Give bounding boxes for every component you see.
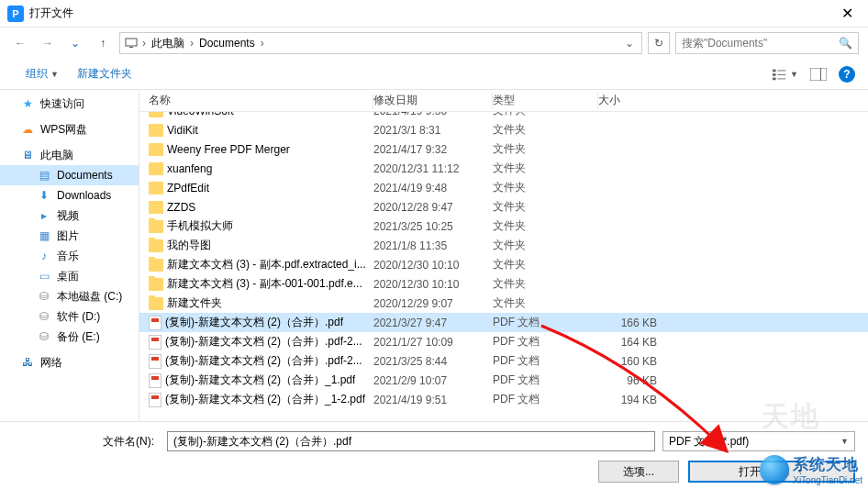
file-type: 文件夹 [493,141,598,157]
file-row[interactable]: xuanfeng2020/12/31 11:12文件夹 [139,159,868,178]
chevron-down-icon: ▼ [840,437,849,446]
folder-icon [149,201,163,214]
sidebar-item-desktop[interactable]: ▭桌面 [0,266,139,286]
sidebar-item-videos[interactable]: ▸视频 [0,206,139,226]
sidebar-item-wps[interactable]: ☁WPS网盘 [0,119,139,139]
sidebar-item-drived[interactable]: ⛁软件 (D:) [0,306,139,327]
arrow-up-icon: ↑ [100,37,106,50]
file-row[interactable]: VidiKit2021/3/1 8:31文件夹 [139,120,868,139]
newfolder-button[interactable]: 新建文件夹 [72,62,138,85]
file-row[interactable]: (复制)-新建文本文档 (2)（合并）.pdf-2...2021/3/25 8:… [139,351,868,371]
file-row[interactable]: 我的导图2021/1/8 11:35文件夹 [139,236,868,255]
drive-icon: ⛁ [37,289,51,304]
chevron-right-icon: › [259,37,266,50]
crumb-thispc[interactable]: 此电脑 [150,36,186,51]
file-name: (复制)-新建文本文档 (2)（合并）.pdf-2... [165,353,362,369]
close-button[interactable]: ✕ [834,5,861,22]
file-row[interactable]: 新建文本文档 (3) - 副本.pdf.extracted_i...2020/1… [139,255,868,274]
help-button[interactable]: ? [839,66,855,83]
file-row[interactable]: ZZDS2020/12/28 9:47文件夹 [139,197,868,217]
breadcrumb[interactable]: › 此电脑 › Documents › ⌄ [119,32,642,54]
file-row[interactable]: 新建文本文档 (3) - 副本-001-001.pdf.e...2020/12/… [139,274,868,294]
pc-icon: 🖥 [20,148,35,162]
filetype-filter[interactable]: PDF 文档 (*.pdf) ▼ [662,431,855,451]
file-type: 文件夹 [493,161,598,176]
column-headers: 名称 修改日期 类型 大小 [139,90,868,112]
breadcrumb-drop[interactable]: ⌄ [621,37,638,50]
crumb-documents[interactable]: Documents [197,37,257,50]
svg-rect-4 [773,77,776,80]
file-date: 2020/12/28 9:47 [373,201,493,214]
view-details-button[interactable]: ▼ [773,64,798,84]
file-type: 文件夹 [493,257,598,272]
search-icon: 🔍 [839,37,852,50]
file-row[interactable]: (复制)-新建文本文档 (2)（合并）_1.pdf2021/2/9 10:07P… [139,371,868,390]
pdf-icon [149,316,161,330]
search-input[interactable] [682,37,839,50]
folder-icon [149,239,163,252]
file-name: (复制)-新建文本文档 (2)（合并）.pdf [165,315,343,330]
chevron-right-icon: › [140,37,148,50]
pc-icon [124,36,139,50]
chevron-down-icon: ▼ [790,70,798,79]
file-name: 新建文本文档 (3) - 副本.pdf.extracted_i... [167,257,366,272]
sidebar-item-thispc[interactable]: 🖥此电脑 [0,145,139,165]
sidebar-item-network[interactable]: 🖧网络 [0,352,139,372]
organize-button[interactable]: 组织▼ [20,62,64,85]
svg-rect-1 [129,47,133,48]
file-row[interactable]: ZPdfEdit2021/4/19 9:48文件夹 [139,178,868,197]
file-name: 我的导图 [167,238,211,253]
up-button[interactable]: ↑ [92,32,114,54]
sidebar-item-downloads[interactable]: ⬇Downloads [0,185,139,206]
desktop-icon: ▭ [37,269,51,283]
file-type: PDF 文档 [493,392,598,407]
forward-button[interactable]: → [37,32,59,54]
sidebar-item-quickaccess[interactable]: ★快速访问 [0,94,139,114]
file-date: 2021/1/27 10:09 [373,336,493,349]
filename-input[interactable] [167,431,655,451]
refresh-icon: ↻ [654,37,663,50]
file-date: 2021/3/25 8:44 [373,355,493,368]
file-list[interactable]: VideoWinSoft2021/4/19 9:30文件夹VidiKit2021… [139,112,868,421]
file-row[interactable]: (复制)-新建文本文档 (2)（合并）.pdf-2...2021/1/27 10… [139,332,868,351]
file-type: 文件夹 [493,276,598,292]
column-type[interactable]: 类型 [493,93,598,109]
file-type: PDF 文档 [493,334,598,350]
svg-rect-3 [773,73,776,76]
file-type: 文件夹 [493,112,598,118]
file-row[interactable]: (复制)-新建文本文档 (2)（合并）.pdf2021/3/27 9:47PDF… [139,313,868,332]
sidebar-item-music[interactable]: ♪音乐 [0,246,139,266]
file-row[interactable]: VideoWinSoft2021/4/19 9:30文件夹 [139,112,868,120]
file-row[interactable]: (复制)-新建文本文档 (2)（合并）_1-2.pdf2021/4/19 9:5… [139,390,868,409]
svg-rect-8 [810,68,827,81]
cloud-icon: ☁ [20,122,35,137]
refresh-button[interactable]: ↻ [648,32,670,54]
folder-icon [149,124,163,137]
file-name: 手机模拟大师 [167,218,233,234]
file-name: VidiKit [167,124,198,137]
column-date[interactable]: 修改日期 [373,93,493,109]
search-box[interactable]: 🔍 [675,32,859,54]
sidebar-item-pictures[interactable]: ▦图片 [0,226,139,246]
file-type: 文件夹 [493,238,598,253]
recent-dropdown[interactable]: ⌄ [64,32,86,54]
file-size: 194 KB [598,394,672,406]
options-button[interactable]: 选项... [598,461,679,483]
column-size[interactable]: 大小 [598,93,672,108]
sidebar-item-drivee[interactable]: ⛁备份 (E:) [0,327,139,347]
file-row[interactable]: Weeny Free PDF Merger2021/4/17 9:32文件夹 [139,139,868,159]
back-button[interactable]: ← [9,32,31,54]
file-date: 2021/4/17 9:32 [373,143,493,156]
chevron-down-icon: ⌄ [71,37,80,50]
svg-rect-5 [777,70,785,71]
sidebar-item-localc[interactable]: ⛁本地磁盘 (C:) [0,286,139,306]
file-row[interactable]: 新建文件夹2020/12/29 9:07文件夹 [139,294,868,313]
column-name[interactable]: 名称 [139,93,373,109]
file-pane: 名称 修改日期 类型 大小 VideoWinSoft2021/4/19 9:30… [139,90,868,421]
sidebar-item-documents[interactable]: ▤Documents [0,165,139,185]
drive-icon: ⛁ [37,329,51,344]
file-row[interactable]: 手机模拟大师2021/3/25 10:25文件夹 [139,217,868,236]
preview-pane-button[interactable] [806,64,831,84]
file-date: 2021/2/9 10:07 [373,374,493,387]
video-icon: ▸ [37,208,51,223]
